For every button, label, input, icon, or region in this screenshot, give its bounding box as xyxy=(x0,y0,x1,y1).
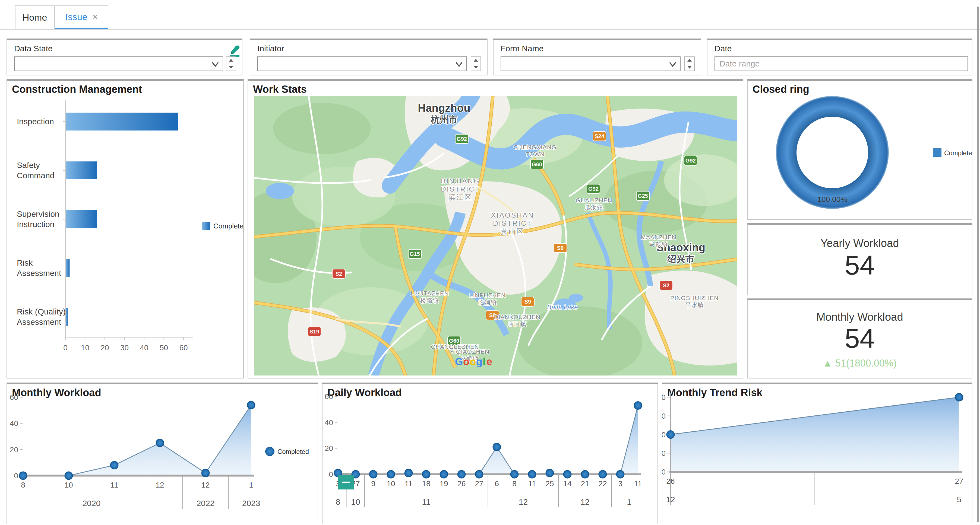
tab-close-icon[interactable]: × xyxy=(93,12,98,21)
triangle-up-icon xyxy=(474,59,478,62)
construction-management-bar-chart: 0102030405060InspectionSafetyCommandSupe… xyxy=(7,81,243,378)
svg-text:2022: 2022 xyxy=(197,499,215,508)
svg-text:0: 0 xyxy=(662,468,666,476)
road-shield: G92 xyxy=(455,134,468,144)
svg-text:40: 40 xyxy=(325,419,333,427)
svg-text:26: 26 xyxy=(666,477,675,485)
spinner-down-button[interactable] xyxy=(226,64,235,71)
svg-text:RiskAssessment: RiskAssessment xyxy=(17,258,61,278)
svg-text:l: l xyxy=(483,356,486,367)
legend-completed: Completed xyxy=(933,149,972,157)
svg-text:11: 11 xyxy=(634,479,642,488)
svg-text:Completed: Completed xyxy=(944,149,972,157)
tab-home-label: Home xyxy=(22,12,47,23)
svg-text:o: o xyxy=(463,356,469,367)
work-stats-map[interactable]: G92G60G92G25G15G60G92S2S19S2S24S9S9S9Han… xyxy=(254,96,737,376)
svg-text:50: 50 xyxy=(160,344,168,352)
svg-text:S2: S2 xyxy=(663,282,670,289)
tab-issue[interactable]: Issue × xyxy=(54,5,108,29)
map-label: Baita Lake xyxy=(547,303,578,311)
svg-text:S9: S9 xyxy=(525,299,531,305)
svg-text:22: 22 xyxy=(598,479,607,488)
svg-text:PINGSHUIZHEN: PINGSHUIZHEN xyxy=(670,295,719,301)
svg-text:临浦镇: 临浦镇 xyxy=(478,299,497,306)
clear-filter-icon[interactable] xyxy=(228,43,241,58)
svg-text:12: 12 xyxy=(581,497,589,506)
monthly-workload-card: Monthly Workload 54 ▲ 51(1800.00%) xyxy=(747,298,972,379)
svg-text:G25: G25 xyxy=(638,193,648,199)
svg-text:1: 1 xyxy=(627,497,632,506)
data-state-select[interactable] xyxy=(14,56,223,71)
map-label: CHANGLEZHEN xyxy=(431,344,479,350)
svg-text:20: 20 xyxy=(325,444,333,452)
svg-text:LOUTAZHEN: LOUTAZHEN xyxy=(411,290,449,297)
yearly-workload-title: Yearly Workload xyxy=(748,237,972,249)
svg-text:8: 8 xyxy=(21,481,25,489)
chevron-down-icon xyxy=(211,61,220,68)
date-range-input[interactable] xyxy=(714,56,968,71)
spinner-up-button[interactable] xyxy=(226,57,235,64)
svg-text:G: G xyxy=(455,356,463,367)
svg-text:40: 40 xyxy=(140,344,148,352)
svg-text:18: 18 xyxy=(422,479,430,488)
form-name-select[interactable] xyxy=(501,56,681,71)
triangle-down-icon xyxy=(229,66,233,69)
road-shield: S2 xyxy=(660,281,673,290)
road-shield: S9 xyxy=(521,297,534,306)
construction-management-panel: Construction Management 0102030405060Ins… xyxy=(6,79,244,379)
monthly-workload-line-chart: 02040608101112121202020222023Completed xyxy=(7,384,318,525)
closed-ring-panel: Closed ring 100.00%Completed xyxy=(747,79,972,220)
svg-text:25: 25 xyxy=(546,479,554,488)
road-shield: S9 xyxy=(554,243,567,252)
svg-text:12: 12 xyxy=(666,495,675,504)
svg-text:26: 26 xyxy=(457,479,466,488)
svg-text:XIAOSHAN: XIAOSHAN xyxy=(491,211,534,219)
monthly-workload-card-value: 54 xyxy=(748,323,972,354)
svg-text:11: 11 xyxy=(404,479,412,488)
spinner-down-button[interactable] xyxy=(471,64,480,71)
legend-completed: Completed xyxy=(202,222,243,230)
svg-text:S2: S2 xyxy=(336,271,342,277)
svg-text:Inspection: Inspection xyxy=(17,117,54,126)
date-label: Date xyxy=(714,44,732,53)
svg-text:19: 19 xyxy=(439,479,448,488)
filter-panel-date: Date xyxy=(707,38,972,75)
chevron-down-icon xyxy=(669,61,677,68)
data-state-stepper xyxy=(226,56,236,71)
page-scrollbar[interactable] xyxy=(977,6,979,522)
svg-text:0: 0 xyxy=(329,470,333,479)
svg-text:TOWN: TOWN xyxy=(525,151,545,158)
triangle-up-icon xyxy=(687,59,692,62)
initiator-label: Initiator xyxy=(257,44,284,53)
svg-text:BINJIANG: BINJIANG xyxy=(441,177,480,185)
svg-text:店口镇: 店口镇 xyxy=(508,321,527,327)
svg-text:0: 0 xyxy=(63,344,68,352)
svg-text:14: 14 xyxy=(563,479,571,488)
svg-text:CHANGLEZHEN: CHANGLEZHEN xyxy=(431,344,479,350)
initiator-select[interactable] xyxy=(257,56,467,71)
svg-text:GUALIZHEN: GUALIZHEN xyxy=(576,197,612,204)
yearly-workload-value: 54 xyxy=(748,250,972,281)
daily-workload-line-chart: 0204060327910111819262768112514212231181… xyxy=(323,384,657,525)
svg-text:27: 27 xyxy=(475,479,483,488)
spinner-up-button[interactable] xyxy=(685,57,694,64)
tab-home[interactable]: Home xyxy=(15,5,54,29)
svg-text:G92: G92 xyxy=(686,158,696,163)
svg-text:0: 0 xyxy=(14,471,18,480)
svg-text:G92: G92 xyxy=(588,186,598,192)
svg-text:11: 11 xyxy=(110,481,118,489)
svg-text:Baita Lake: Baita Lake xyxy=(547,303,578,311)
monthly-trend-risk-chart-panel: Monthly Trend Risk 0102030402627125 xyxy=(662,382,972,524)
svg-text:8: 8 xyxy=(512,479,517,488)
legend-completed: Completed xyxy=(266,447,309,456)
svg-text:G92: G92 xyxy=(457,136,467,142)
svg-text:g: g xyxy=(476,356,482,367)
svg-text:SafetyCommand: SafetyCommand xyxy=(17,161,54,180)
spinner-down-button[interactable] xyxy=(685,64,694,71)
road-shield: S2 xyxy=(332,269,345,278)
svg-text:27: 27 xyxy=(955,477,963,485)
spinner-up-button[interactable] xyxy=(471,57,480,64)
svg-text:G60: G60 xyxy=(532,162,542,167)
svg-text:CHENGXIANG: CHENGXIANG xyxy=(514,144,557,151)
datazoom-handle[interactable] xyxy=(338,475,354,490)
